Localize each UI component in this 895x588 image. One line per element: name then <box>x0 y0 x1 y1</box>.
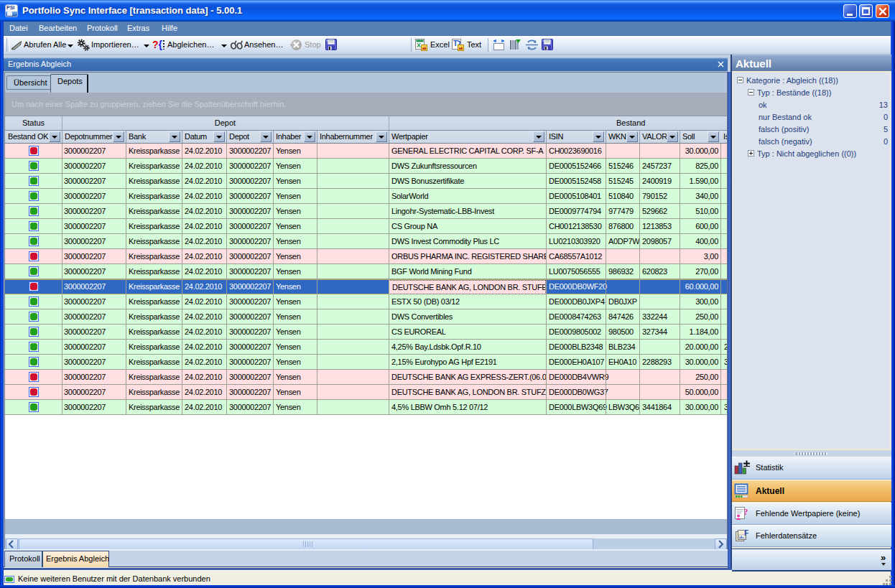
svg-text:T: T <box>453 39 458 47</box>
svg-text:X: X <box>417 42 421 49</box>
svg-text:?: ? <box>743 506 748 517</box>
